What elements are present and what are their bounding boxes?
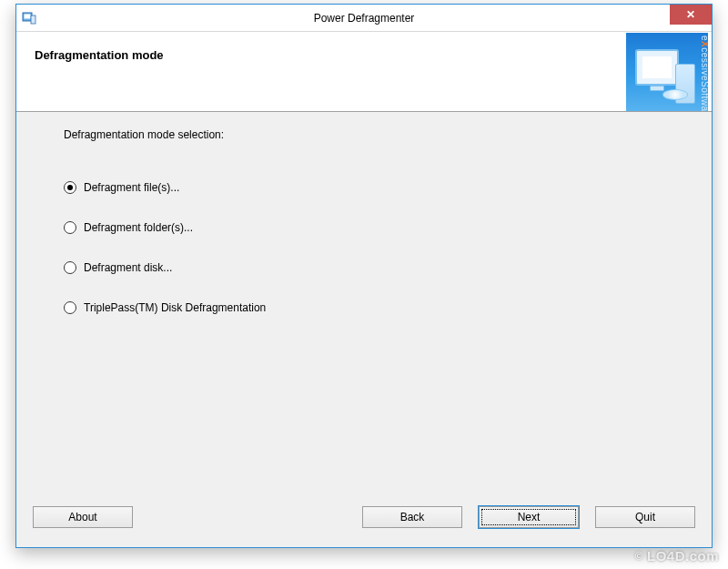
prompt-label: Defragmentation mode selection: xyxy=(64,128,677,141)
svg-rect-1 xyxy=(25,14,31,18)
radio-icon[interactable] xyxy=(64,181,76,194)
option-label: Defragment disk... xyxy=(84,261,172,274)
window-title: Power Defragmenter xyxy=(16,12,712,25)
option-label: Defragment file(s)... xyxy=(84,181,179,194)
option-defragment-disk[interactable]: Defragment disk... xyxy=(64,261,677,274)
option-defragment-folders[interactable]: Defragment folder(s)... xyxy=(64,221,677,234)
option-triplepass[interactable]: TriplePass(TM) Disk Defragmentation xyxy=(64,301,677,314)
radio-icon[interactable] xyxy=(64,261,76,274)
option-label: TriplePass(TM) Disk Defragmentation xyxy=(84,301,266,314)
titlebar: Power Defragmenter ✕ xyxy=(16,5,712,32)
app-icon xyxy=(22,11,36,25)
brand-text: eXcessive Software xyxy=(700,36,708,111)
content-area: Defragmentation mode selection: Defragme… xyxy=(16,112,712,487)
copyright-icon: © xyxy=(635,550,643,563)
back-button[interactable]: Back xyxy=(362,506,462,528)
disc-icon xyxy=(662,89,688,100)
client-area: Defragmentation mode eXcessive Software … xyxy=(16,32,712,547)
watermark: © LO4D.com xyxy=(635,548,719,564)
page-title: Defragmentation mode xyxy=(35,48,626,62)
next-button[interactable]: Next xyxy=(479,506,579,528)
option-defragment-files[interactable]: Defragment file(s)... xyxy=(64,181,677,194)
about-button[interactable]: About xyxy=(33,506,133,528)
close-button[interactable]: ✕ xyxy=(670,5,712,25)
brand-banner: eXcessive Software xyxy=(626,33,708,111)
svg-rect-2 xyxy=(31,15,35,24)
window-frame: Power Defragmenter ✕ Defragmentation mod… xyxy=(15,4,713,548)
quit-button[interactable]: Quit xyxy=(595,506,695,528)
watermark-text: LO4D.com xyxy=(647,548,719,564)
radio-icon[interactable] xyxy=(64,221,76,234)
monitor-icon xyxy=(635,49,679,86)
option-label: Defragment folder(s)... xyxy=(84,221,193,234)
radio-icon[interactable] xyxy=(64,301,76,314)
close-icon: ✕ xyxy=(686,8,695,21)
wizard-header: Defragmentation mode eXcessive Software xyxy=(16,32,712,112)
button-bar: About Back Next Quit xyxy=(16,487,712,547)
